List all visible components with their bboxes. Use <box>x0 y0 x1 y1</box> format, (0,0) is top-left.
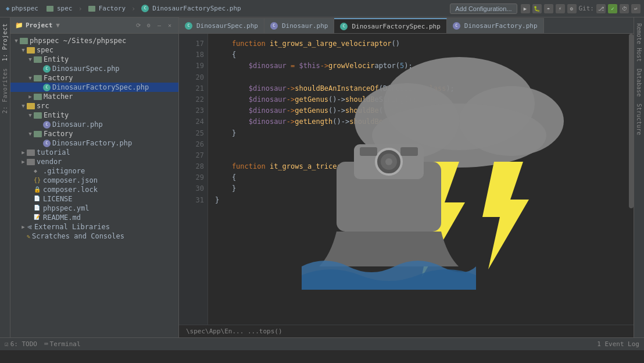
app-name[interactable]: ◆ phpspec <box>3 3 41 13</box>
check-icon[interactable]: ✓ <box>608 4 617 13</box>
root-folder-icon <box>20 38 28 44</box>
tree-src[interactable]: ▼ src <box>10 101 178 111</box>
scratches-label: Scratches and Consoles <box>32 232 124 240</box>
minimize-icon[interactable]: — <box>155 22 163 30</box>
event-log-button[interactable]: 1 Event Log <box>597 340 639 348</box>
dino-factory-php-label: DinosaurFactory.php <box>52 139 132 147</box>
tree-composer-lock[interactable]: 🔒 composer.lock <box>10 185 178 194</box>
folder-icon-2 <box>88 6 95 12</box>
tree-dinosaur-php[interactable]: C Dinosaur.php <box>10 120 178 129</box>
dinosaur-spec-label: DinosaurSpec.php <box>52 65 120 73</box>
current-file-nav[interactable]: C DinosaurFactorySpec.php <box>139 3 243 13</box>
tree-vendor[interactable]: ▶ vendor <box>10 157 178 166</box>
sidebar-item-database[interactable]: Database <box>635 65 643 100</box>
top-bar: ◆ phpspec spec › Factory › C DinosaurFac… <box>0 0 644 17</box>
terminal-label: Terminal <box>50 340 81 348</box>
src-folder-icon <box>27 103 35 109</box>
tree-dinosaur-factory-spec[interactable]: C DinosaurFactorySpec.php <box>10 83 178 92</box>
todo-icon: ☑ <box>5 340 9 348</box>
tree-factory-spec-folder[interactable]: ▼ Factory <box>10 73 178 83</box>
tree-phpspec-yml[interactable]: 📄 phpspec.yml <box>10 204 178 213</box>
line-numbers: 17 18 19 20 21 22 23 24 25 26 27 28 29 3… <box>179 34 208 325</box>
line-num: 20 <box>183 72 204 83</box>
tree-entity[interactable]: ▼ Entity <box>10 55 178 64</box>
tree-scratches[interactable]: ✎ Scratches and Consoles <box>10 232 178 241</box>
todo-label: 6: TODO <box>10 340 37 348</box>
spec-expand-arrow[interactable]: ▼ <box>20 47 27 53</box>
clock-icon[interactable]: ⏱ <box>620 4 629 13</box>
add-config-button[interactable]: Add Configuration... <box>450 3 517 14</box>
line-num: 26 <box>183 139 204 150</box>
factory-folder-nav[interactable]: Factory <box>86 3 128 13</box>
tree-external-libs[interactable]: ▶ ⫷ External Libraries <box>10 222 178 232</box>
right-sidebar: Remote Host Database Structure <box>634 17 644 337</box>
sidebar-item-remote-host[interactable]: Remote Host <box>635 20 643 65</box>
scratches-icon: ✎ <box>27 233 30 240</box>
dinosaur-php-icon: C <box>43 121 51 129</box>
project-dropdown-icon[interactable]: ▼ <box>56 22 60 29</box>
terminal-button[interactable]: ⌨ Terminal <box>44 340 81 348</box>
line-num: 17 <box>183 38 204 49</box>
tab-dinosaur[interactable]: C Dinosaur.php <box>264 18 334 33</box>
spec-label: spec <box>57 5 73 12</box>
matcher-folder-icon <box>34 94 42 100</box>
scrollbar-thumb[interactable] <box>629 34 634 208</box>
factory-spec-folder-icon <box>34 75 42 81</box>
profile-icon[interactable]: ⚡ <box>556 4 565 13</box>
tab-dinosaur-factory-spec[interactable]: C DinosaurFactorySpec.php <box>334 18 446 33</box>
sidebar-item-project[interactable]: 1: Project <box>1 20 9 65</box>
debug-icon[interactable]: 🐛 <box>532 4 542 13</box>
line-num: 25 <box>183 128 204 139</box>
run-icon[interactable]: ▶ <box>521 4 530 13</box>
matcher-expand-arrow[interactable]: ▶ <box>27 94 34 99</box>
sync-icon[interactable]: ⟳ <box>134 22 142 30</box>
factory-spec-expand-arrow[interactable]: ▼ <box>27 75 34 81</box>
git-branch-icon[interactable]: ⎇ <box>596 4 606 13</box>
tree-root[interactable]: ▼ phpspec ~/Sites/phpspec <box>10 36 178 45</box>
src-entity-folder-icon <box>34 112 42 119</box>
tree-spec[interactable]: ▼ spec <box>10 45 178 55</box>
tab-dinosaur-spec[interactable]: C DinosaurSpec.php <box>179 18 264 33</box>
ext-libs-arrow[interactable]: ▶ <box>20 224 27 230</box>
src-entity-expand-arrow[interactable]: ▼ <box>27 112 34 118</box>
tutorial-tree-label: tutorial <box>37 148 70 156</box>
tree-readme[interactable]: 📝 README.md <box>10 213 178 222</box>
tools-icon[interactable]: ⚙ <box>567 4 577 13</box>
editor-tabs: C DinosaurSpec.php C Dinosaur.php C Dino… <box>179 17 634 34</box>
coverage-icon[interactable]: ☂ <box>544 4 553 13</box>
undo-icon[interactable]: ↩ <box>631 4 641 13</box>
event-log-label: 1 Event Log <box>597 340 639 348</box>
sidebar-item-favorites[interactable]: 2: Favorites <box>1 65 9 117</box>
tree-src-entity[interactable]: ▼ Entity <box>10 111 178 120</box>
close-panel-icon[interactable]: ✕ <box>166 22 174 30</box>
tab-spec-icon-3: C <box>340 23 348 30</box>
tree-composer-json[interactable]: {} composer.json <box>10 176 178 185</box>
src-expand-arrow[interactable]: ▼ <box>20 103 27 109</box>
line-num: 21 <box>183 83 204 94</box>
tree-dinosaur-spec[interactable]: C DinosaurSpec.php <box>10 64 178 73</box>
tree-license[interactable]: 📄 LICENSE <box>10 194 178 204</box>
line-num: 24 <box>183 116 204 127</box>
tree-tutorial[interactable]: ▶ tutorial <box>10 148 178 157</box>
tree-gitignore[interactable]: ◆ .gitignore <box>10 166 178 176</box>
src-factory-expand-arrow[interactable]: ▼ <box>27 131 34 137</box>
sidebar-item-structure[interactable]: Structure <box>635 100 643 138</box>
tab-dinosaur-factory[interactable]: C DinosaurFactory.php <box>447 18 544 33</box>
todo-button[interactable]: ☑ 6: TODO <box>5 340 37 348</box>
vendor-expand-arrow[interactable]: ▶ <box>20 159 27 165</box>
src-factory-tree-label: Factory <box>44 130 73 138</box>
dino-factory-spec-icon: C <box>43 84 51 91</box>
line-num: 28 <box>183 161 204 172</box>
code-editor[interactable]: function it_grows_a_large_velociraptor()… <box>208 34 634 325</box>
tree-src-factory[interactable]: ▼ Factory <box>10 129 178 138</box>
entity-expand-arrow[interactable]: ▼ <box>27 56 34 62</box>
spec-folder[interactable]: spec <box>44 3 75 13</box>
scrollbar-track[interactable] <box>629 34 634 325</box>
tree-matcher[interactable]: ▶ Matcher <box>10 92 178 101</box>
root-expand-arrow[interactable]: ▼ <box>13 38 20 44</box>
tutorial-expand-arrow[interactable]: ▶ <box>20 150 27 155</box>
code-container: 17 18 19 20 21 22 23 24 25 26 27 28 29 3… <box>179 34 634 325</box>
phpspec-yml-label: phpspec.yml <box>43 204 89 212</box>
tree-dinosaur-factory-php[interactable]: C DinosaurFactory.php <box>10 138 178 148</box>
settings-gear-icon[interactable]: ⚙ <box>145 22 153 30</box>
